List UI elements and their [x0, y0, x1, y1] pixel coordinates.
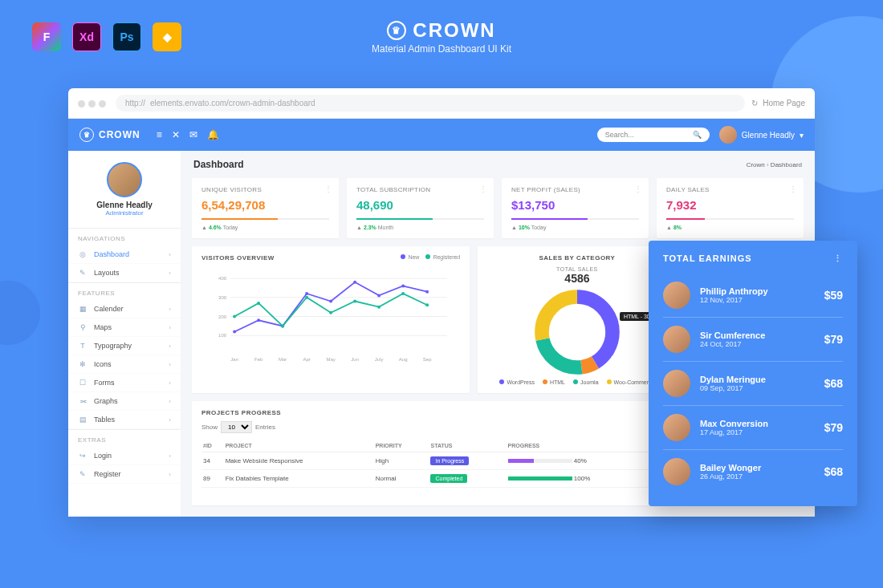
menu-icon[interactable]: ≡ — [157, 129, 162, 140]
chevron-right-icon: › — [169, 471, 171, 478]
entries-select[interactable]: 10 — [221, 421, 252, 433]
nav-icon: ✎ — [78, 470, 87, 478]
chevron-right-icon: › — [169, 361, 171, 368]
svg-point-28 — [281, 324, 284, 327]
svg-point-30 — [329, 311, 332, 314]
tools-icon[interactable]: ✕ — [172, 129, 180, 140]
nav-icon: ✎ — [78, 269, 87, 277]
svg-text:Jan: Jan — [230, 357, 238, 362]
svg-text:July: July — [375, 357, 384, 362]
svg-text:May: May — [326, 357, 335, 362]
svg-text:Sep: Sep — [423, 357, 432, 362]
sidebar-section-label: NAVIGATIONS — [68, 228, 181, 245]
chevron-right-icon: › — [169, 416, 171, 424]
sales-category-card: SALES BY CATEGORY TOTAL SALES 4586 HTML … — [478, 246, 676, 393]
home-page-link[interactable]: ↻ Home Page — [751, 99, 805, 107]
sidebar-item[interactable]: TTypography› — [68, 337, 181, 355]
nav-icon: ↪ — [78, 452, 87, 460]
sidebar: Glenne Headly Administrator NAVIGATIONS◎… — [68, 151, 181, 517]
profile-avatar — [107, 162, 142, 197]
svg-point-33 — [401, 292, 405, 295]
app-logo[interactable]: ♛CROWN — [79, 128, 140, 142]
nav-icon: T — [78, 342, 87, 350]
stat-card: ⋮UNIQUE VISITORS6,54,29,708▲ 4.6% Today — [192, 178, 339, 238]
table-row[interactable]: 34Make Webside ResponsiveHighIn Progress… — [201, 452, 665, 470]
figma-icon: F — [32, 22, 61, 51]
sidebar-section-label: FEATURES — [68, 282, 181, 300]
chevron-right-icon: › — [169, 251, 171, 258]
svg-text:Mar: Mar — [279, 357, 287, 362]
earning-row[interactable]: Max Conversion17 Aug, 2017$79 — [663, 406, 843, 450]
sidebar-section-label: EXTRAS — [68, 429, 181, 447]
svg-point-25 — [425, 290, 429, 294]
bell-icon[interactable]: 🔔 — [207, 129, 219, 140]
earning-row[interactable]: Dylan Meringue09 Sep, 2017$68 — [663, 362, 843, 406]
user-menu[interactable]: Glenne Headly ▾ — [719, 126, 804, 144]
svg-text:Feb: Feb — [254, 357, 263, 362]
nav-icon: ☐ — [78, 379, 87, 387]
nav-icon: ◎ — [78, 250, 87, 258]
search-input[interactable]: Search...🔍 — [597, 128, 710, 142]
nav-icon: ⫘ — [78, 397, 87, 405]
sidebar-item[interactable]: ✻Icons› — [68, 355, 181, 374]
sidebar-item[interactable]: ✎Register› — [68, 465, 181, 484]
ps-icon: Ps — [112, 22, 141, 51]
url-bar[interactable]: http://elements.envato.com/crown-admin-d… — [116, 95, 745, 112]
more-icon[interactable]: ⋮ — [479, 185, 487, 193]
earning-row[interactable]: Sir Cumference24 Oct, 2017$79 — [663, 318, 843, 362]
profile-name: Glenne Headly — [68, 201, 181, 209]
sidebar-item[interactable]: ↪Login› — [68, 447, 181, 465]
sidebar-item[interactable]: ◎Dashboard› — [68, 245, 181, 264]
more-icon[interactable]: ⋮ — [324, 185, 332, 193]
window-dots — [78, 96, 109, 111]
sidebar-item[interactable]: ☐Forms› — [68, 374, 181, 392]
avatar — [663, 326, 690, 353]
more-icon[interactable]: ⋮ — [789, 185, 797, 193]
earning-row[interactable]: Bailey Wonger26 Aug, 2017$68 — [663, 450, 843, 493]
nav-icon: ⚲ — [78, 323, 87, 331]
sidebar-item[interactable]: ▦Calender› — [68, 300, 181, 318]
svg-point-24 — [401, 285, 405, 288]
nav-icon: ▤ — [78, 416, 87, 424]
xd-icon: Xd — [72, 22, 101, 51]
svg-point-23 — [377, 294, 380, 297]
svg-point-27 — [257, 302, 260, 305]
avatar — [663, 458, 690, 485]
svg-point-31 — [353, 300, 356, 303]
chevron-right-icon: › — [169, 270, 171, 277]
avatar — [663, 282, 690, 309]
profile-role: Administrator — [68, 209, 181, 217]
chevron-right-icon: › — [169, 306, 171, 313]
breadcrumb: Crown › Dashboard — [747, 161, 802, 168]
sidebar-item[interactable]: ⫘Graphs› — [68, 392, 181, 411]
sidebar-item[interactable]: ✎Layouts› — [68, 264, 181, 282]
chevron-right-icon: › — [169, 324, 171, 331]
table-row[interactable]: 89Fix Datables TemplateNormalCompleted 1… — [201, 470, 665, 488]
mail-icon[interactable]: ✉ — [189, 129, 197, 140]
svg-text:300: 300 — [218, 295, 227, 300]
sidebar-item[interactable]: ⚲Maps› — [68, 318, 181, 337]
svg-point-22 — [353, 281, 356, 284]
more-icon[interactable]: ⋮ — [634, 185, 642, 193]
visitors-overview-card: VISITORS OVERVIEW New Registered 1002003… — [192, 246, 470, 393]
svg-text:400: 400 — [218, 276, 227, 281]
chevron-right-icon: › — [169, 452, 171, 460]
avatar — [663, 370, 690, 397]
visitors-legend: New Registered — [401, 254, 460, 260]
svg-point-32 — [377, 306, 380, 309]
nav-icon: ▦ — [78, 305, 87, 313]
svg-text:Apr: Apr — [303, 357, 310, 362]
svg-text:Aug: Aug — [399, 357, 408, 362]
svg-text:200: 200 — [218, 314, 227, 319]
avatar — [719, 126, 737, 144]
sidebar-item[interactable]: ▤Tables› — [68, 411, 181, 429]
stat-card: ⋮TOTAL SUBSCRIPTION48,690▲ 2.3% Month — [347, 178, 494, 238]
more-icon[interactable]: ⋮ — [833, 253, 843, 264]
nav-icon: ✻ — [78, 360, 87, 368]
svg-point-21 — [329, 300, 332, 303]
earning-row[interactable]: Phillip Anthropy12 Nov, 2017$59 — [663, 274, 843, 318]
stat-card: ⋮DAILY SALES7,932▲ 8% — [657, 178, 804, 238]
avatar — [663, 414, 690, 441]
svg-point-20 — [305, 292, 308, 295]
svg-point-26 — [233, 315, 236, 318]
